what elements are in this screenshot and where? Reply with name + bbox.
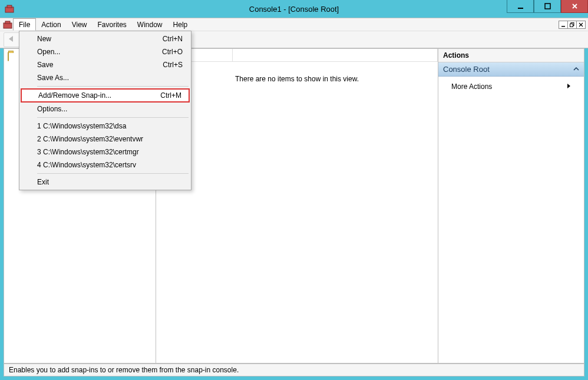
svg-rect-7	[5, 21, 10, 24]
actions-items: More Actions	[438, 77, 584, 97]
menu-favorites[interactable]: Favorites	[93, 18, 132, 31]
mmc-icon	[2, 18, 13, 31]
menu-label: Add/Remove Snap-in...	[38, 91, 111, 100]
center-pane: There are no items to show in this view.	[156, 49, 438, 363]
menu-label: Exit	[37, 178, 49, 186]
menu-recent-2[interactable]: 2 C:\Windows\system32\eventvwr	[21, 133, 190, 146]
close-button[interactable]	[561, 0, 588, 13]
menu-shortcut: Ctrl+S	[163, 61, 183, 69]
mdi-restore-button[interactable]	[567, 21, 577, 29]
menu-action[interactable]: Action	[36, 18, 66, 31]
menu-recent-4[interactable]: 4 C:\Windows\system32\certsrv	[21, 158, 190, 171]
menu-recent-3[interactable]: 3 C:\Windows\system32\certmgr	[21, 146, 190, 158]
menu-shortcut: Ctrl+M	[160, 91, 181, 100]
menu-label: Options...	[37, 105, 67, 113]
menu-label: Save As...	[37, 74, 69, 82]
menu-view[interactable]: View	[67, 18, 93, 31]
empty-text: There are no items to show in this view.	[235, 75, 359, 363]
menu-add-remove-snapin[interactable]: Add/Remove Snap-in...Ctrl+M	[21, 88, 190, 103]
action-more[interactable]: More Actions	[441, 80, 582, 93]
list-empty-area: There are no items to show in this view.	[156, 62, 438, 363]
list-header[interactable]	[156, 49, 438, 62]
menu-label: New	[37, 35, 51, 43]
menu-label: Save	[37, 61, 53, 69]
folder-icon	[8, 52, 9, 61]
menu-new[interactable]: NewCtrl+N	[21, 32, 190, 45]
actions-title: Actions	[438, 49, 584, 62]
menu-help[interactable]: Help	[168, 18, 193, 31]
menubar: File Action View Favorites Window Help	[0, 18, 588, 31]
nav-buttons	[4, 32, 20, 47]
menu-shortcut: Ctrl+O	[162, 48, 183, 56]
back-icon[interactable]	[6, 34, 17, 45]
status-text: Enables you to add snap-ins to or remove…	[9, 366, 239, 374]
svg-rect-3	[545, 4, 550, 9]
menu-save-as[interactable]: Save As...	[21, 71, 190, 84]
actions-section-label: Console Root	[443, 65, 490, 74]
svg-rect-1	[7, 5, 12, 8]
menu-exit[interactable]: Exit	[21, 176, 190, 189]
menu-separator	[37, 117, 189, 118]
submenu-icon	[566, 82, 571, 91]
menu-label: 2 C:\Windows\system32\eventvwr	[37, 135, 143, 143]
svg-rect-8	[561, 26, 565, 27]
menu-separator	[37, 86, 189, 87]
list-column[interactable]	[233, 49, 438, 61]
window-border-bottom	[0, 376, 588, 380]
collapse-icon[interactable]	[573, 65, 579, 74]
menu-label: Open...	[37, 48, 60, 56]
svg-rect-2	[518, 8, 523, 9]
action-label: More Actions	[451, 82, 492, 91]
menu-recent-1[interactable]: 1 C:\Windows\system32\dsa	[21, 120, 190, 133]
menu-label: 3 C:\Windows\system32\certmgr	[37, 148, 139, 156]
mdi-minimize-button[interactable]	[559, 21, 568, 29]
menu-separator	[37, 173, 189, 174]
statusbar: Enables you to add snap-ins to or remove…	[4, 364, 584, 376]
svg-rect-10	[570, 24, 573, 27]
menu-file[interactable]: File	[13, 18, 36, 31]
titlebar: Console1 - [Console Root]	[0, 0, 588, 18]
window-controls	[507, 0, 588, 13]
window-title: Console1 - [Console Root]	[249, 5, 339, 14]
actions-section-header[interactable]: Console Root	[438, 62, 584, 77]
file-menu-dropdown: NewCtrl+N Open...Ctrl+O SaveCtrl+S Save …	[19, 31, 191, 190]
maximize-button[interactable]	[534, 0, 561, 13]
app-icon	[5, 4, 14, 14]
mdi-controls	[559, 18, 588, 31]
menu-shortcut: Ctrl+N	[163, 35, 183, 43]
menu-save[interactable]: SaveCtrl+S	[21, 58, 190, 71]
menu-open[interactable]: Open...Ctrl+O	[21, 45, 190, 58]
minimize-button[interactable]	[507, 0, 534, 13]
menu-options[interactable]: Options...	[21, 103, 190, 115]
menu-label: 1 C:\Windows\system32\dsa	[37, 122, 126, 130]
menu-label: 4 C:\Windows\system32\certsrv	[37, 161, 136, 169]
menu-window[interactable]: Window	[132, 18, 168, 31]
actions-pane: Actions Console Root More Actions	[438, 49, 584, 363]
mdi-close-button[interactable]	[576, 21, 586, 29]
mmc-window: Console1 - [Console Root] File Action Vi…	[0, 0, 588, 380]
